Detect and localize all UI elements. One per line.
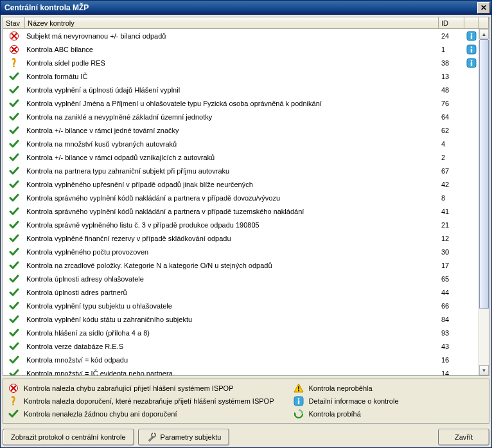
- row-id: 64: [439, 113, 464, 121]
- ok-icon: [9, 71, 19, 82]
- row-name: Kontrola úplnosti adresy ohlašovatele: [25, 275, 439, 283]
- info-icon: [466, 58, 477, 68]
- row-name: Kontrola množství = IČ evidenta nebo par…: [25, 370, 439, 376]
- info-icon: [466, 31, 477, 41]
- row-id: 48: [439, 86, 464, 94]
- table-row[interactable]: Kontrola vyplněného upřesnění v případě …: [3, 177, 479, 191]
- column-header-id[interactable]: ID: [439, 17, 464, 28]
- scroll-up-button[interactable]: ▲: [479, 29, 489, 39]
- table-row[interactable]: Kontrola správně vyplněného listu č. 3 v…: [3, 218, 479, 231]
- table-row[interactable]: Kontrola správného vyplnění kódů nakládá…: [3, 204, 479, 218]
- table-row[interactable]: Kontrola na množství kusů vybraných auto…: [3, 137, 479, 150]
- running-icon: [294, 409, 304, 419]
- row-name: Kontrola sídel podle RES: [25, 59, 439, 67]
- column-header-nazev[interactable]: Název kontroly: [25, 17, 439, 28]
- legend-text: Kontrola nalezla doporučení, které nezab…: [24, 397, 274, 405]
- ok-icon: [9, 206, 19, 217]
- table-row[interactable]: Kontrola vyplněného počtu provozoven 30: [3, 245, 479, 258]
- legend-item: Kontrola nalezla chybu zabraňující přije…: [8, 383, 274, 393]
- info-icon: [294, 396, 304, 406]
- content-area: Stav Název kontroly ID Subjekt má nevyro…: [1, 15, 491, 447]
- row-id: 16: [439, 356, 464, 364]
- legend-text: Kontrola nenalezla žádnou chybu ani dopo…: [24, 410, 177, 418]
- error-icon: [9, 44, 19, 55]
- table-row[interactable]: Kontrola +/- bilance v rámci jedné továr…: [3, 123, 479, 137]
- ok-icon: [9, 166, 19, 176]
- column-header-scroll: [479, 17, 489, 28]
- table-row[interactable]: Kontrola na zrcadlové položky. Kategorie…: [3, 258, 479, 272]
- ok-icon: [9, 125, 19, 136]
- legend-column-2: Kontrola neproběhla Detailní informace o…: [294, 383, 399, 419]
- legend-item: Kontrola probíhá: [294, 409, 399, 419]
- legend-column-1: Kontrola nalezla chybu zabraňující přije…: [8, 383, 274, 419]
- row-name: Kontrola na zrcadlové položky. Kategorie…: [25, 262, 439, 269]
- row-name: Kontrola na množství kusů vybraných auto…: [25, 140, 439, 148]
- legend-panel: Kontrola nalezla chybu zabraňující přije…: [3, 379, 489, 424]
- protocol-button-label: Zobrazit protokol o centrální kontrole: [11, 433, 126, 441]
- table-row[interactable]: Kontrola na partnera typu zahraniční sub…: [3, 164, 479, 177]
- row-name: Kontrola vyplnění typu subjektu u ohlašo…: [25, 302, 439, 310]
- row-name: Kontrola +/- bilance v rámci jedné továr…: [25, 127, 439, 134]
- row-name: Kontrola úplnosti adres partnerů: [25, 289, 439, 296]
- row-name: Kontrola vyplněné finanční rezervy v pří…: [25, 235, 439, 242]
- row-name: Kontrola vyplnění a úplnosti údajů Hláše…: [25, 86, 439, 94]
- ok-icon: [9, 193, 19, 203]
- table-row[interactable]: Kontrola množství = kód odpadu 16: [3, 353, 479, 366]
- table-row[interactable]: Kontrola množství = IČ evidenta nebo par…: [3, 366, 479, 375]
- row-id: 4: [439, 140, 464, 148]
- ok-icon: [8, 409, 19, 419]
- table-row[interactable]: Kontrola vyplnění typu subjektu u ohlašo…: [3, 299, 479, 312]
- tools-icon: [146, 432, 157, 442]
- ok-icon: [9, 247, 19, 257]
- row-id: 14: [439, 370, 464, 376]
- dialog-window: Centrální kontrola MŽP ✕ Stav Název kont…: [0, 0, 492, 448]
- close-button-label: Zavřít: [455, 433, 473, 441]
- titlebar[interactable]: Centrální kontrola MŽP ✕: [1, 1, 491, 15]
- scroll-down-button[interactable]: ▼: [479, 365, 489, 375]
- row-id: 66: [439, 302, 464, 310]
- table-row[interactable]: Kontrola sídel podle RES 38: [3, 56, 479, 69]
- legend-text: Kontrola neproběhla: [309, 384, 373, 392]
- ok-icon: [9, 139, 19, 149]
- ok-icon: [9, 328, 19, 338]
- error-icon: [8, 383, 19, 393]
- table-row[interactable]: Kontrola správného vyplnění kódů nakládá…: [3, 191, 479, 204]
- close-button[interactable]: Zavřít: [438, 429, 489, 445]
- table-row[interactable]: Kontrola vyplnění kódu státu u zahraničn…: [3, 312, 479, 326]
- column-header-stav[interactable]: Stav: [3, 17, 25, 28]
- ok-icon: [9, 341, 19, 352]
- warning-icon: [8, 396, 19, 406]
- table-row[interactable]: Kontrola +/- bilance v rámci odpadů vzni…: [3, 150, 479, 164]
- close-icon: ✕: [480, 3, 487, 12]
- table-row[interactable]: Kontrola úplnosti adresy ohlašovatele 65: [3, 272, 479, 285]
- table-row[interactable]: Kontrola úplnosti adres partnerů 44: [3, 285, 479, 299]
- show-protocol-button[interactable]: Zobrazit protokol o centrální kontrole: [3, 429, 134, 445]
- column-header-info[interactable]: [464, 17, 479, 28]
- table-row[interactable]: Kontrola na zaniklé a nevyplněné základn…: [3, 110, 479, 123]
- scroll-thumb[interactable]: [479, 39, 489, 309]
- row-id: 21: [439, 221, 464, 229]
- subject-params-button[interactable]: Parametry subjektu: [138, 429, 230, 445]
- ok-icon: [9, 260, 19, 271]
- table-row[interactable]: Kontrola formátu IČ 13: [3, 69, 479, 83]
- scroll-track[interactable]: [479, 39, 489, 365]
- row-id: 2: [439, 154, 464, 161]
- row-id: 8: [439, 194, 464, 202]
- alert-icon: [294, 383, 304, 393]
- vertical-scrollbar[interactable]: ▲ ▼: [479, 29, 489, 375]
- table-row[interactable]: Kontrola vyplnění a úplnosti údajů Hláše…: [3, 83, 479, 96]
- row-name: Kontrola hlášení za sídlo (příloha 4 a 8…: [25, 329, 439, 337]
- row-id: 13: [439, 73, 464, 80]
- table-row[interactable]: Kontrola hlášení za sídlo (příloha 4 a 8…: [3, 326, 479, 339]
- window-close-button[interactable]: ✕: [477, 2, 490, 13]
- table-row[interactable]: Kontrola ABC bilance 1: [3, 42, 479, 56]
- table-row[interactable]: Kontrola vyplněné finanční rezervy v pří…: [3, 231, 479, 245]
- table-row[interactable]: Kontrola verze databáze R.E.S 43: [3, 339, 479, 353]
- table-row[interactable]: Subjekt má nevyrovnanou +/- bilanci odpa…: [3, 29, 479, 42]
- legend-item: Kontrola nenalezla žádnou chybu ani dopo…: [8, 409, 274, 419]
- row-name: Kontrola správného vyplnění kódů nakládá…: [25, 208, 439, 215]
- row-id: 67: [439, 167, 464, 175]
- ok-icon: [9, 287, 19, 298]
- button-row: Zobrazit protokol o centrální kontrole P…: [3, 429, 489, 445]
- table-row[interactable]: Kontrola vyplnění Jména a Příjmení u ohl…: [3, 96, 479, 110]
